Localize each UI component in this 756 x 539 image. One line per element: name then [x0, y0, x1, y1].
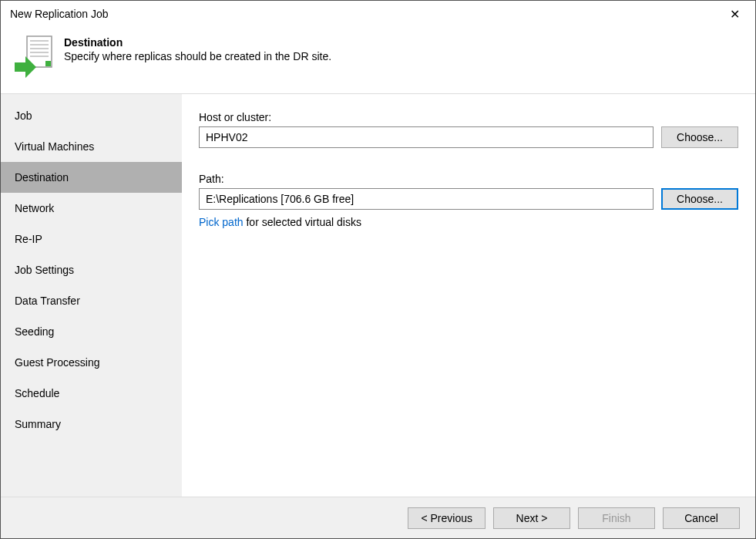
- sidebar-item-label: Seeding: [15, 325, 54, 338]
- sidebar-item-label: Guest Processing: [15, 356, 100, 369]
- close-icon[interactable]: ✕: [724, 4, 746, 25]
- path-label: Path:: [199, 173, 738, 185]
- next-button[interactable]: Next >: [493, 507, 570, 529]
- sidebar-item-label: Re-IP: [15, 233, 42, 245]
- sidebar-item-label: Summary: [15, 418, 61, 430]
- host-field-group: Host or cluster: Choose...: [199, 111, 738, 148]
- sidebar-item-label: Virtual Machines: [15, 140, 94, 153]
- host-label: Host or cluster:: [199, 111, 738, 123]
- sidebar-item-label: Schedule: [15, 387, 59, 399]
- sidebar-item-virtual-machines[interactable]: Virtual Machines: [1, 131, 182, 162]
- sidebar-item-job-settings[interactable]: Job Settings: [1, 254, 182, 285]
- content-panel: Host or cluster: Choose... Path: Choose.…: [182, 94, 755, 497]
- sidebar-item-data-transfer[interactable]: Data Transfer: [1, 285, 182, 316]
- titlebar: New Replication Job ✕: [1, 1, 755, 27]
- sidebar-item-label: Data Transfer: [15, 295, 80, 307]
- sidebar-item-schedule[interactable]: Schedule: [1, 378, 182, 409]
- previous-button[interactable]: < Previous: [408, 507, 486, 529]
- wizard-footer: < Previous Next > Finish Cancel: [1, 497, 755, 538]
- sidebar-item-label: Job Settings: [15, 264, 74, 276]
- page-title: Destination: [64, 36, 331, 49]
- wizard-window: New Replication Job ✕ Destination Specif…: [0, 0, 756, 539]
- window-title: New Replication Job: [10, 8, 109, 20]
- sidebar-item-summary[interactable]: Summary: [1, 409, 182, 440]
- wizard-sidebar: Job Virtual Machines Destination Network…: [1, 94, 182, 497]
- wizard-header: Destination Specify where replicas shoul…: [1, 27, 755, 93]
- pick-path-text: for selected virtual disks: [244, 216, 361, 228]
- pick-path-link[interactable]: Pick path: [199, 216, 244, 228]
- sidebar-item-label: Network: [15, 202, 54, 214]
- sidebar-item-job[interactable]: Job: [1, 100, 182, 131]
- destination-icon: [13, 33, 53, 79]
- path-field-group: Path: Choose... Pick path for selected v…: [199, 173, 738, 228]
- sidebar-item-label: Destination: [15, 171, 69, 184]
- finish-button: Finish: [578, 507, 655, 529]
- pick-path-hint: Pick path for selected virtual disks: [199, 216, 738, 228]
- sidebar-item-destination[interactable]: Destination: [1, 162, 182, 193]
- page-subtitle: Specify where replicas should be created…: [64, 50, 331, 62]
- sidebar-item-label: Job: [15, 109, 32, 122]
- header-text: Destination Specify where replicas shoul…: [64, 33, 331, 62]
- sidebar-item-network[interactable]: Network: [1, 193, 182, 224]
- host-choose-button[interactable]: Choose...: [661, 126, 738, 148]
- sidebar-item-guest-processing[interactable]: Guest Processing: [1, 347, 182, 378]
- sidebar-item-seeding[interactable]: Seeding: [1, 316, 182, 347]
- path-input[interactable]: [199, 188, 654, 210]
- main-area: Job Virtual Machines Destination Network…: [1, 93, 755, 497]
- host-input[interactable]: [199, 126, 654, 148]
- path-choose-button[interactable]: Choose...: [661, 188, 738, 210]
- host-field-row: Choose...: [199, 126, 738, 148]
- cancel-button[interactable]: Cancel: [663, 507, 740, 529]
- svg-rect-6: [45, 61, 51, 66]
- path-field-row: Choose...: [199, 188, 738, 210]
- sidebar-item-re-ip[interactable]: Re-IP: [1, 224, 182, 254]
